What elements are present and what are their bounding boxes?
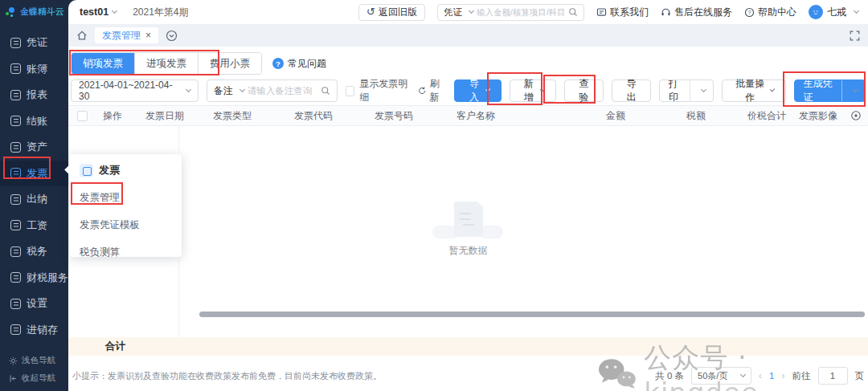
flyout-item-invoice-management[interactable]: 发票管理 — [80, 191, 171, 205]
sidebar-item-report[interactable]: 报表 — [0, 82, 68, 108]
import-button[interactable]: 导入 — [454, 79, 501, 102]
sidebar-item-cashier[interactable]: 出纳 — [0, 186, 68, 213]
account-switcher[interactable]: test01 — [80, 6, 117, 18]
sidebar-item-asset[interactable]: 资产 — [0, 134, 68, 161]
tab-purchase-invoice[interactable]: 进项发票 — [134, 53, 198, 74]
refresh-icon — [418, 86, 426, 96]
cashier-icon — [10, 194, 21, 205]
checkbox-icon[interactable] — [346, 86, 355, 96]
chevron-down-icon — [240, 87, 245, 92]
light-nav-toggle[interactable]: 浅色导航 — [0, 352, 68, 369]
col-invoice-code: 发票代码 — [288, 109, 368, 123]
chevron-down-icon — [701, 87, 706, 92]
empty-state-text: 暂无数据 — [68, 244, 868, 258]
flyout-item-tax-calculation[interactable]: 税负测算 — [80, 246, 171, 259]
chevron-down-icon — [469, 8, 474, 14]
top-bar: test01 2021年第4期 返回旧版 凭证 联系我们 售后在线服务 ? 帮助… — [68, 0, 868, 24]
col-invoice-number: 发票号码 — [368, 109, 450, 123]
col-operation: 操作 — [96, 109, 139, 123]
empty-document-illustration — [432, 202, 505, 240]
print-dropdown[interactable] — [690, 80, 713, 101]
table-header: 操作 发票日期 发票类型 发票代码 发票号码 客户名称 金额 税额 价税合计 发… — [68, 105, 868, 126]
tab-expense-receipt[interactable]: 费用小票 — [198, 53, 261, 74]
note-category[interactable]: 备注 — [214, 84, 233, 98]
empty-state: 暂无数据 — [68, 202, 868, 258]
global-search[interactable]: 凭证 — [437, 4, 584, 21]
tax-icon — [10, 246, 21, 257]
invoice-icon — [10, 168, 21, 178]
flyout-item-voucher-template[interactable]: 发票凭证模板 — [80, 218, 171, 232]
refresh-button[interactable]: 刷新 — [418, 77, 446, 104]
undo-icon — [366, 6, 375, 18]
column-settings-icon[interactable] — [850, 110, 862, 121]
online-support-link[interactable]: 售后在线服务 — [661, 6, 732, 19]
tab-invoice-management[interactable]: 发票管理 — [95, 27, 158, 43]
generate-voucher-split-button: 生成凭证 — [794, 79, 866, 102]
home-icon[interactable] — [76, 30, 88, 41]
user-menu[interactable]: 七戒 — [809, 5, 858, 19]
global-search-input[interactable] — [477, 7, 565, 17]
show-invoice-detail-checkbox[interactable]: 显示发票明细 — [346, 77, 410, 104]
sidebar-item-invoice[interactable]: 发票 — [0, 161, 68, 187]
faq-link[interactable]: 常见问题 — [272, 57, 326, 71]
chevron-down-icon — [485, 87, 491, 92]
sidebar-item-payroll[interactable]: 工资 — [0, 213, 68, 239]
svg-text:?: ? — [748, 9, 751, 14]
wechat-icon — [596, 357, 637, 391]
chevron-down-icon — [770, 87, 776, 92]
print-button[interactable]: 打印 — [660, 80, 690, 101]
note-search[interactable]: 备注 — [207, 79, 338, 102]
sidebar: 金蝶精斗云 凭证 账簿 报表 结账 资产 发票 出纳 工资 税务 财税服务 设置… — [0, 0, 68, 391]
invoice-flyout-menu: 发票 发票管理 发票凭证模板 税负测算 — [69, 154, 182, 257]
total-label: 合计 — [68, 340, 125, 353]
generate-voucher-button[interactable]: 生成凭证 — [795, 80, 841, 101]
verify-button[interactable]: 查验 — [564, 79, 604, 102]
back-to-old-version-button[interactable]: 返回旧版 — [358, 4, 425, 21]
fullscreen-icon[interactable] — [850, 31, 860, 41]
col-invoice-type: 发票类型 — [207, 109, 288, 123]
sidebar-item-ledger[interactable]: 账簿 — [0, 56, 68, 83]
search-category[interactable]: 凭证 — [444, 6, 462, 18]
closing-icon — [10, 116, 21, 126]
sidebar-item-closing[interactable]: 结账 — [0, 108, 68, 135]
select-all-checkbox[interactable] — [77, 111, 88, 121]
collapse-nav-toggle[interactable]: 收起导航 — [0, 369, 68, 387]
col-tax: 税额 — [632, 109, 712, 123]
sidebar-item-inventory[interactable]: 进销存 — [0, 317, 68, 344]
sidebar-item-settings[interactable]: 设置 — [0, 291, 68, 317]
app-logo[interactable]: 金蝶精斗云 — [0, 0, 68, 24]
payroll-icon — [10, 220, 21, 230]
avatar — [809, 5, 823, 19]
col-amount: 金额 — [539, 109, 632, 123]
sidebar-item-voucher[interactable]: 凭证 — [0, 30, 68, 56]
sidebar-item-tax[interactable]: 税务 — [0, 238, 68, 265]
horizontal-scrollbar[interactable] — [199, 312, 865, 317]
close-icon[interactable] — [145, 31, 151, 40]
asset-icon — [10, 142, 21, 153]
sun-icon — [9, 356, 18, 365]
note-search-input[interactable] — [248, 86, 317, 96]
date-range-select[interactable]: 2021-04-01~2021-04-30 — [71, 79, 199, 102]
invoice-type-tabs: 销项发票 进项发票 费用小票 — [71, 52, 262, 75]
help-center-link[interactable]: ? 帮助中心 — [744, 6, 796, 19]
batch-actions-button[interactable]: 批量操作 — [722, 79, 785, 102]
table-body: 暂无数据 — [68, 126, 868, 337]
export-button[interactable]: 导出 — [612, 79, 651, 102]
add-button[interactable]: 新增 — [510, 79, 556, 102]
tab-sales-invoice[interactable]: 销项发票 — [72, 53, 134, 74]
tab-list-dropdown-icon[interactable] — [166, 30, 178, 42]
watermark-text: 公众号 · kingdee — [644, 340, 868, 391]
sidebar-nav: 凭证 账簿 报表 结账 资产 发票 出纳 工资 税务 财税服务 设置 进销存 — [0, 24, 68, 343]
contact-us-link[interactable]: 联系我们 — [596, 6, 649, 19]
search-icon[interactable] — [321, 86, 330, 96]
col-total-with-tax: 价税合计 — [712, 109, 792, 123]
help-icon: ? — [744, 7, 755, 18]
invoice-icon — [80, 164, 93, 177]
search-icon[interactable] — [568, 7, 578, 17]
chevron-down-icon — [540, 87, 546, 92]
print-split-button: 打印 — [659, 79, 714, 102]
report-icon — [10, 90, 21, 100]
generate-voucher-dropdown[interactable] — [841, 80, 865, 101]
sidebar-item-tax-service[interactable]: 财税服务 — [0, 265, 68, 291]
col-invoice-image: 发票影像 — [792, 109, 844, 123]
